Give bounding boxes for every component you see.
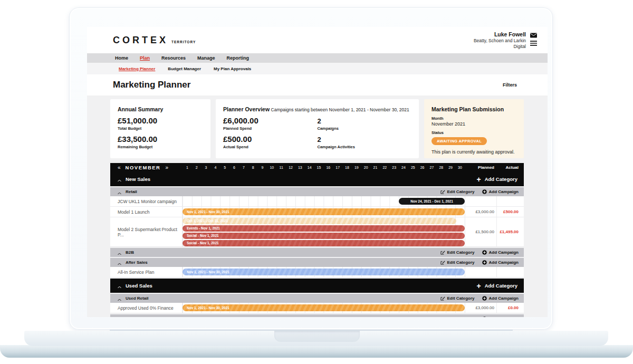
nav-reporting[interactable]: Reporting [227, 55, 250, 61]
status-badge: AWAITING APPROVAL [431, 137, 487, 145]
nav-manage[interactable]: Manage [197, 55, 215, 61]
add-campaign-button[interactable]: Add Campaign [482, 260, 519, 265]
planner-overview-title: Planner Overview [223, 106, 270, 112]
filters-button[interactable]: Filters [503, 82, 517, 88]
day-label: 29 [446, 166, 455, 169]
day-label: 15 [314, 166, 324, 169]
actual-value [496, 267, 524, 277]
campaign-row-model2: Model 2 Supermarket Product P... Oct 1, … [110, 217, 524, 247]
actual-spend-label: Actual Spend [223, 145, 318, 149]
day-label: 22 [380, 166, 389, 169]
edit-category-button[interactable]: Edit Category [440, 260, 475, 265]
collapse-icon[interactable] [118, 281, 121, 291]
header-icons [530, 31, 537, 46]
campaign-label[interactable]: Approved Used 0% Finance [110, 303, 183, 313]
planner-overview-card: Planner Overview Campaigns starting betw… [216, 99, 419, 158]
day-label: 7 [239, 166, 248, 169]
edit-category-button[interactable]: Edit Category [440, 296, 475, 301]
edit-icon [440, 260, 445, 265]
subnav-my-plan-approvals[interactable]: My Plan Approvals [214, 66, 251, 71]
gantt-bar-model1[interactable]: Nov 1, 2021 - Nov 30, 2021 [183, 208, 465, 215]
add-icon [482, 317, 487, 317]
sub-nav: Marketing Planner Budget Manager My Plan… [87, 63, 548, 74]
day-label: 23 [389, 166, 399, 169]
actual-value: £500.00 [496, 207, 524, 217]
day-label: 11 [276, 166, 286, 169]
total-budget-value: £51,000.00 [118, 116, 203, 125]
day-label: 12 [286, 166, 295, 169]
day-label: 6 [229, 166, 239, 169]
summary-cards: Annual Summary £51,000.00 Total Budget £… [110, 99, 524, 158]
add-campaign-button[interactable]: Add Campaign [482, 250, 519, 255]
collapse-icon[interactable] [118, 175, 121, 184]
day-label: 16 [323, 166, 333, 169]
gantt-bar-all-in[interactable]: Nov 1, 2021 - Nov 30, 2021 [183, 269, 465, 275]
edit-icon [440, 250, 445, 255]
next-month-button[interactable]: » [165, 165, 168, 170]
planned-value: £1,500.00 [465, 217, 496, 246]
day-label: 4 [210, 166, 220, 169]
category-b2b: B2B Edit Category Add Campaign [110, 248, 524, 257]
plan-submission-card: Marketing Plan Submission Month November… [424, 99, 524, 158]
category-used-retail: Used Retail Edit Category Add Campaign [110, 294, 524, 303]
collapse-icon[interactable] [118, 314, 121, 318]
collapse-icon[interactable] [118, 187, 121, 197]
nav-resources[interactable]: Resources [161, 55, 186, 61]
gantt-bar-model2-oct[interactable]: Oct 1, 2021 - Oct 31, 2021 [183, 218, 456, 224]
edit-category-button[interactable]: Edit Category [440, 189, 475, 194]
collapse-icon[interactable] [118, 248, 121, 257]
status-note: This plan is currently awaiting approval… [431, 149, 516, 155]
campaign-activities-count: 2 [318, 136, 412, 143]
add-category-button[interactable]: + Add Category [477, 282, 517, 290]
nav-home[interactable]: Home [115, 55, 128, 61]
campaign-label[interactable]: Model 1 Launch [110, 207, 183, 217]
mail-icon[interactable] [530, 33, 537, 38]
plus-icon: + [477, 282, 481, 290]
subnav-budget-manager[interactable]: Budget Manager [168, 66, 201, 71]
planned-spend-value: £6,000.00 [223, 116, 318, 125]
gantt-bar-model2-social1[interactable]: Social - Nov 1, 2021 [183, 233, 465, 239]
gantt-bar-jcw[interactable]: Nov 24, 2021 - Dec 1, 2021 [399, 198, 465, 205]
campaign-label[interactable]: JCW UKL1 Monitor campaign [110, 196, 183, 206]
nav-plan[interactable]: Plan [140, 55, 150, 61]
collapse-icon[interactable] [118, 294, 121, 303]
gantt-bar-model2-social2[interactable]: Social - Nov 1, 2021 [183, 240, 465, 246]
day-numbers: 1 2 3 4 5 6 7 8 9 10 11 12 13 [183, 166, 465, 169]
collapse-icon[interactable] [118, 258, 121, 267]
remaining-budget-label: Remaining Budget [118, 145, 203, 149]
day-label: 30 [455, 166, 465, 169]
title-row: Marketing Planner Filters [87, 74, 548, 95]
user-organisation-line2: Digital [474, 44, 526, 50]
category-label: Used Retail [126, 296, 149, 301]
section-used-sales: Used Sales + Add Category [110, 279, 524, 293]
day-label: 28 [436, 166, 446, 169]
brand-logo[interactable]: CORTEX TERRITORY [113, 35, 196, 46]
menu-icon[interactable] [530, 41, 537, 46]
annual-summary-title: Annual Summary [118, 106, 203, 112]
timeline-header: « NOVEMBER » 1 2 3 4 5 6 7 8 [110, 163, 524, 172]
campaign-label[interactable]: All-In Service Plan [110, 267, 183, 277]
brand-name: CORTEX [113, 35, 168, 46]
page-content: Annual Summary £51,000.00 Total Budget £… [87, 95, 548, 317]
add-category-button[interactable]: + Add Category [477, 176, 517, 183]
add-campaign-button[interactable]: Add Campaign [482, 317, 519, 317]
edit-category-button[interactable]: Edit Category [440, 250, 475, 255]
brand-suffix: TERRITORY [171, 40, 196, 44]
campaign-label[interactable]: Model 2 Supermarket Product P... [110, 217, 183, 246]
category-label: B2B [126, 250, 134, 255]
gantt-bar-approved-used[interactable]: Nov 1, 2021 - Nov 30, 2021 [183, 304, 465, 311]
section-label: New Sales [126, 176, 150, 182]
add-campaign-button[interactable]: Add Campaign [482, 296, 519, 301]
day-label: 20 [361, 166, 371, 169]
section-label: Used Sales [126, 283, 152, 289]
day-label: 8 [248, 166, 258, 169]
day-label: 17 [333, 166, 342, 169]
section-new-sales: New Sales + Add Category [110, 172, 524, 186]
previous-month-button[interactable]: « [118, 165, 121, 170]
day-label: 3 [202, 166, 211, 169]
gantt-bar-model2-events[interactable]: Events - Nov 1, 2021 [183, 225, 465, 232]
add-campaign-button[interactable]: Add Campaign [482, 189, 519, 194]
day-label: 26 [418, 166, 427, 169]
subnav-marketing-planner[interactable]: Marketing Planner [119, 66, 155, 71]
edit-category-button[interactable]: Edit Category [440, 317, 475, 317]
